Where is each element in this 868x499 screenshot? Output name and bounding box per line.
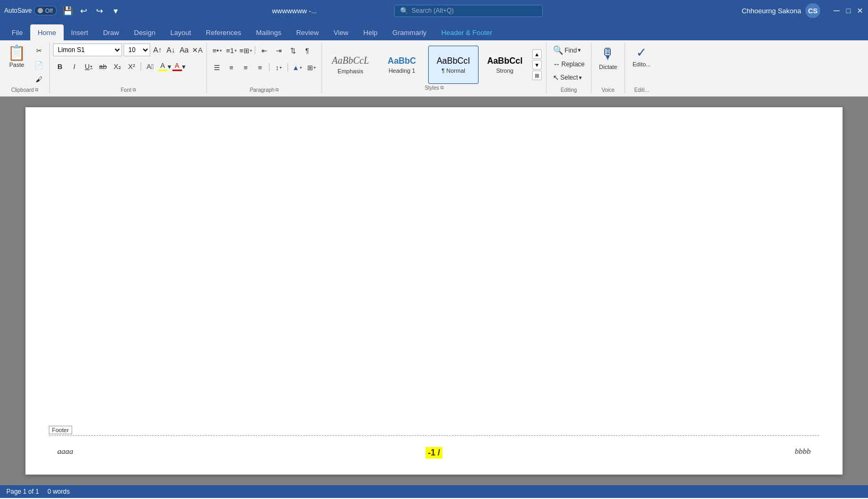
shading-button[interactable]: ▲▾ [290,61,304,74]
subscript-button[interactable]: X₂ [110,59,124,73]
paragraph-expand-icon[interactable]: ⧉ [275,87,279,93]
voice-section: 🎙 Dictate Voice [592,42,625,94]
user-info: Chhoeurng Sakona CS [742,3,820,18]
font-size-select[interactable]: 10 891112 [124,44,150,56]
borders-button[interactable]: ⊞▾ [305,61,318,74]
font-shrink-button[interactable]: A↓ [165,44,177,56]
clipboard-expand-icon[interactable]: ⧉ [35,87,38,93]
search-box[interactable]: 🔍 [394,5,543,17]
line-spacing-button[interactable]: ↕▾ [272,61,285,74]
tab-home[interactable]: Home [30,24,64,40]
select-icon: ↖ [553,73,559,82]
undo-icon[interactable]: ↩ [78,5,90,16]
close-button[interactable]: ✕ [856,7,864,14]
change-case-button[interactable]: Aa [178,44,190,56]
minimize-button[interactable]: ─ [833,7,840,14]
title-bar-icons: 💾 ↩ ↪ ▾ [62,5,121,16]
tab-view[interactable]: View [326,24,356,40]
align-right-button[interactable]: ≡ [239,61,253,74]
numbering-button[interactable]: ≡1▾ [224,44,238,57]
decrease-indent-button[interactable]: ⇤ [257,44,271,57]
search-input[interactable] [412,7,528,14]
clipboard-section: 📋 Paste ✂ 📄 🖌 Clipboard ⧉ [0,42,50,94]
style-strong[interactable]: AaBbCcl Strong [480,46,530,84]
replace-button[interactable]: ↔ Replace [550,58,588,70]
style-strong-label: Strong [496,67,513,74]
separator1 [141,62,141,71]
styles-inner: AaBbCcL Emphasis AaBbC Heading 1 AaBbCcI… [325,46,543,91]
tab-help[interactable]: Help [356,24,385,40]
align-left-button[interactable]: ☰ [210,61,224,74]
superscript-button[interactable]: X² [125,59,138,73]
highlight-color-button[interactable]: A ▾ [158,59,171,73]
voice-content: 🎙 Dictate [595,44,621,86]
select-dropdown[interactable]: ▾ [579,74,582,81]
multilevel-button[interactable]: ≡⊞▾ [239,44,253,57]
title-bar-left: AutoSave Off 💾 ↩ ↪ ▾ [4,5,195,16]
text-effects-button[interactable]: A⃞ [143,59,157,73]
dictate-button[interactable]: 🎙 Dictate [595,44,621,72]
font-name-select[interactable]: Limon S1 [53,44,122,56]
tab-draw[interactable]: Draw [96,24,126,40]
justify-button[interactable]: ≡ [253,61,267,74]
sort-button[interactable]: ⇅ [286,44,300,57]
avatar[interactable]: CS [805,3,820,18]
clear-formatting-button[interactable]: ✕A [192,44,203,56]
bullets-button[interactable]: ≡•▾ [210,44,224,57]
copy-button[interactable]: 📄 [31,58,46,72]
show-paragraph-button[interactable]: ¶ [300,44,314,57]
style-normal[interactable]: AaBbCcI ¶ Normal [428,46,479,84]
styles-scroll-down[interactable]: ▼ [532,60,542,70]
select-button[interactable]: ↖ Select ▾ [550,72,585,83]
footer-label: Footer [49,426,72,434]
styles-scroll-up[interactable]: ▲ [532,49,542,59]
paste-button[interactable]: 📋 Paste [3,44,30,70]
sep4 [288,63,288,72]
bold-button[interactable]: B [53,59,67,73]
search-icon: 🔍 [553,45,563,55]
page[interactable]: Footer aaaa -1 / bbbb [25,107,843,475]
italic-button[interactable]: I [67,59,81,73]
title-bar: AutoSave Off 💾 ↩ ↪ ▾ wwwwwww -... 🔍 Chho… [0,0,868,21]
font-grow-button[interactable]: A↑ [152,44,163,56]
style-heading1[interactable]: AaBbC Heading 1 [377,46,427,84]
footer-divider [49,435,819,436]
editor-button[interactable]: ✓ Edito... [628,44,655,69]
tab-references[interactable]: References [198,24,248,40]
autosave-toggle[interactable]: Off [34,6,56,15]
styles-expand[interactable]: ⊞ [532,71,542,80]
format-painter-button[interactable]: 🖌 [31,72,46,86]
footer-content: aaaa -1 / bbbb [25,447,843,459]
style-normal-label: ¶ Normal [441,67,465,74]
autosave-state: Off [45,7,53,14]
styles-expand-icon[interactable]: ⧉ [440,85,444,91]
align-center-button[interactable]: ≡ [224,61,238,74]
tab-header-footer[interactable]: Header & Footer [434,24,500,40]
quick-access-dropdown[interactable]: ▾ [110,5,121,16]
user-name: Chhoeurng Sakona [742,7,801,15]
autosave-group: AutoSave Off [4,6,57,15]
editor-icon: ✓ [636,45,647,60]
tab-design[interactable]: Design [127,24,163,40]
find-button[interactable]: 🔍 Find ▾ [550,44,584,57]
save-icon[interactable]: 💾 [62,5,74,16]
strikethrough-button[interactable]: ab [96,59,110,73]
style-emphasis[interactable]: AaBbCcL Emphasis [325,46,376,84]
increase-indent-button[interactable]: ⇥ [272,44,285,57]
tab-grammarly[interactable]: Grammarly [385,24,434,40]
cut-button[interactable]: ✂ [31,44,46,57]
tab-layout[interactable]: Layout [163,24,198,40]
clipboard-small-buttons: ✂ 📄 🖌 [31,44,46,86]
maximize-button[interactable]: □ [845,7,852,14]
tab-file[interactable]: File [4,24,30,40]
page-info: Page 1 of 1 [6,488,39,495]
font-expand-icon[interactable]: ⧉ [133,87,136,93]
tab-insert[interactable]: Insert [64,24,96,40]
tab-mailings[interactable]: Mailings [249,24,289,40]
document-area[interactable]: Footer aaaa -1 / bbbb [0,97,868,485]
find-dropdown[interactable]: ▾ [578,47,581,54]
font-color-button[interactable]: A ▾ [172,59,186,73]
underline-button[interactable]: U▾ [82,59,96,73]
tab-review[interactable]: Review [289,24,326,40]
redo-icon[interactable]: ↪ [94,5,106,16]
